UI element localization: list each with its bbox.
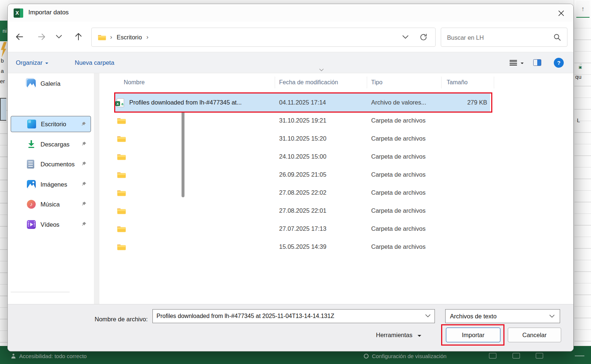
folder-icon — [117, 207, 126, 215]
file-size — [450, 130, 487, 148]
page-layout-view-icon — [513, 353, 520, 358]
back-button[interactable] — [14, 32, 25, 42]
file-date-modified: 27.08.2025 22:01 — [279, 202, 326, 220]
sidebar-item-label: Descargas — [41, 141, 70, 148]
background-up-arrow-cell: ↑ — [576, 1, 590, 18]
sidebar-item[interactable]: Descargas — [11, 136, 91, 152]
search-input[interactable] — [446, 28, 547, 47]
sidebar-item[interactable]: Vídeos — [11, 216, 91, 233]
filename-input[interactable] — [152, 309, 435, 323]
file-type: Carpeta de archivos — [371, 166, 443, 184]
sidebar-item[interactable]: Documentos — [11, 156, 91, 172]
folder-icon — [117, 189, 126, 197]
chevron-down-icon — [45, 63, 48, 66]
pin-icon[interactable] — [81, 161, 87, 167]
file-row[interactable]: 15.05.2025 14:39 Carpeta de archivos — [107, 238, 574, 256]
sidebar-separator — [11, 292, 70, 292]
address-dropdown-chevron[interactable] — [401, 34, 409, 40]
file-type: Carpeta de archivos — [371, 220, 443, 238]
file-type: Carpeta de archivos — [371, 112, 443, 130]
forward-button[interactable] — [36, 32, 47, 42]
display-settings-icon — [364, 354, 369, 358]
pictures-icon — [27, 180, 36, 189]
desktop-icon — [27, 120, 36, 128]
file-type-select[interactable]: Archivos de texto — [445, 309, 560, 323]
file-row[interactable]: Xa Profiles downloaded from lh-#477345 a… — [107, 93, 574, 112]
sidebar-item[interactable]: Imágenes — [11, 176, 91, 192]
file-list: Nombre Fecha de modificación Tipo — [107, 73, 574, 304]
column-header-label: Fecha de modificación — [279, 79, 338, 86]
file-row[interactable]: 26.09.2025 21:05 Carpeta de archivos — [107, 166, 574, 184]
file-name — [129, 184, 273, 202]
file-date-modified: 31.10.2025 15:20 — [279, 130, 326, 148]
column-divider[interactable] — [441, 77, 442, 88]
help-icon: ? — [554, 58, 564, 68]
pin-icon[interactable] — [81, 181, 87, 187]
close-icon — [557, 9, 566, 18]
column-divider[interactable] — [494, 77, 494, 88]
search-icon[interactable] — [553, 33, 562, 42]
file-size — [450, 166, 487, 184]
file-date-modified: 27.08.2025 22:02 — [279, 184, 326, 202]
column-header[interactable]: Tipo — [371, 73, 383, 92]
refresh-icon[interactable] — [419, 33, 428, 42]
file-size — [450, 112, 487, 130]
chevron-down-icon — [521, 63, 524, 66]
file-row[interactable]: 27.08.2025 22:02 Carpeta de archivos — [107, 184, 574, 202]
breadcrumb-escritorio[interactable]: Escritorio — [116, 32, 143, 42]
file-row[interactable]: 27.07.2025 17:13 Carpeta de archivos — [107, 220, 574, 238]
sort-indicator-icon — [319, 68, 324, 72]
tools-button[interactable]: Herramientas — [376, 328, 421, 342]
help-button[interactable]: ? — [554, 58, 564, 68]
import-button[interactable]: Importar — [446, 328, 500, 342]
column-header[interactable]: Fecha de modificación — [279, 73, 338, 92]
file-name — [129, 202, 273, 220]
import-data-dialog: X Importar datos — [7, 4, 574, 351]
breadcrumb-separator: › — [110, 33, 112, 41]
file-row[interactable]: 24.10.2025 15:00 Carpeta de archivos — [107, 148, 574, 166]
sidebar-item[interactable]: Galería — [11, 75, 91, 92]
column-header[interactable]: Nombre — [124, 73, 145, 92]
organize-button[interactable]: Organizar — [16, 52, 48, 73]
sidebar-item[interactable]: Escritorio — [11, 116, 91, 132]
file-type-value: Archivos de texto — [450, 313, 497, 320]
cancel-button[interactable]: Cancelar — [508, 328, 561, 342]
documents-icon — [27, 160, 34, 169]
up-button[interactable] — [73, 32, 84, 42]
file-row[interactable]: 31.10.2025 15:20 Carpeta de archivos — [107, 130, 574, 148]
file-date-modified: 26.09.2025 21:05 — [279, 166, 326, 184]
background-text-fragment: ni — [3, 28, 7, 34]
file-row[interactable]: 27.08.2025 22:01 Carpeta de archivos — [107, 202, 574, 220]
preview-pane-icon — [533, 59, 541, 66]
file-name — [129, 112, 273, 130]
folder-icon — [117, 135, 126, 142]
file-size — [450, 202, 487, 220]
sidebar-item-label: Galería — [41, 80, 60, 87]
column-header[interactable]: Tamaño — [447, 73, 468, 92]
recent-locations-chevron[interactable] — [55, 34, 63, 40]
chevron-down-icon — [549, 314, 555, 319]
caret-down-icon — [418, 335, 421, 339]
pin-icon[interactable] — [81, 141, 87, 147]
column-divider[interactable] — [367, 77, 367, 88]
close-button[interactable] — [556, 8, 567, 19]
pin-icon[interactable] — [81, 222, 87, 227]
view-mode-button[interactable] — [510, 60, 524, 66]
file-type: Carpeta de archivos — [371, 238, 443, 256]
dialog-body: Galería Escritorio Descargas — [8, 73, 573, 304]
background-gridlines — [574, 17, 591, 346]
column-divider[interactable] — [275, 77, 275, 88]
pin-icon[interactable] — [81, 201, 87, 207]
music-icon — [27, 200, 36, 209]
address-bar[interactable]: › Escritorio › — [91, 28, 436, 47]
pin-icon[interactable] — [81, 121, 86, 127]
tools-label: Herramientas — [376, 332, 412, 339]
preview-pane-button[interactable] — [533, 59, 541, 66]
sidebar-scrollbar-track[interactable] — [94, 73, 99, 304]
column-header-label: Tipo — [371, 79, 383, 86]
file-row[interactable]: 31.10.2025 19:21 Carpeta de archivos — [107, 112, 574, 130]
sidebar-item[interactable]: Música — [11, 196, 91, 212]
new-folder-button[interactable]: Nueva carpeta — [75, 52, 114, 73]
filename-label: Nombre de archivo: — [74, 312, 148, 326]
file-size — [450, 148, 487, 166]
